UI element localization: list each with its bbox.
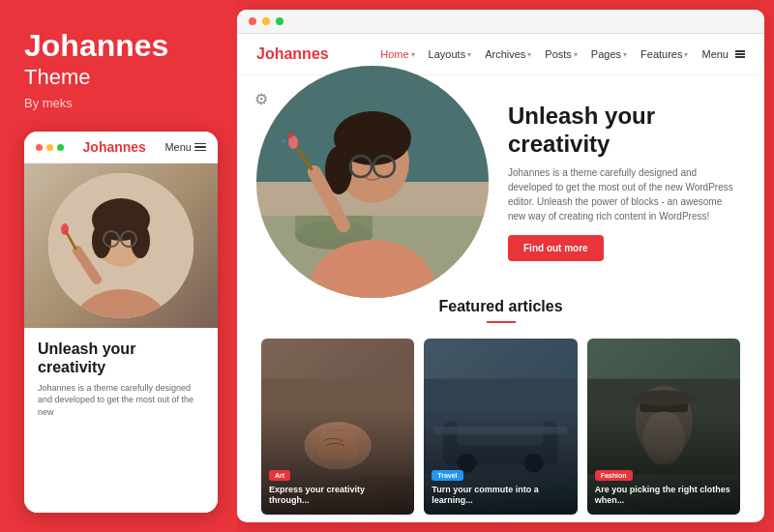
nav-item-menu[interactable]: Menu xyxy=(701,48,745,60)
chevron-down-icon: ▾ xyxy=(527,50,531,59)
article-card-3[interactable]: Fashion Are you picking the right clothe… xyxy=(587,339,740,515)
left-panel: Johannes Theme By meks Johannes Menu xyxy=(0,0,237,532)
mobile-close-dot xyxy=(36,144,43,151)
article-content-2: Travel Turn your commute into a learning… xyxy=(424,457,577,515)
svg-point-11 xyxy=(61,223,69,235)
find-out-more-button[interactable]: Find out more xyxy=(508,235,604,261)
featured-section: Featured articles xyxy=(237,288,764,331)
chevron-down-icon: ▾ xyxy=(411,50,415,59)
theme-name: Johannes xyxy=(24,29,218,63)
chevron-down-icon: ▾ xyxy=(684,50,688,59)
mobile-content: Unleash your creativity Johannes is a th… xyxy=(24,328,218,513)
browser-close-dot[interactable] xyxy=(249,17,256,25)
theme-word: Theme xyxy=(24,65,218,90)
article-content-3: Fashion Are you picking the right clothe… xyxy=(587,457,740,515)
mobile-mockup: Johannes Menu xyxy=(24,132,218,513)
mobile-window-controls xyxy=(36,144,64,151)
mobile-top-bar: Johannes Menu xyxy=(24,132,218,163)
svg-point-5 xyxy=(131,223,150,258)
chevron-down-icon: ▾ xyxy=(623,50,627,59)
nav-item-archives[interactable]: Archives ▾ xyxy=(485,48,531,60)
mobile-hero-desc: Johannes is a theme carefully designed a… xyxy=(38,382,204,419)
chevron-down-icon: ▾ xyxy=(574,50,578,59)
mobile-hero-title: Unleash your creativity xyxy=(38,340,204,376)
site-hero: ⚙ xyxy=(237,75,764,288)
hero-text: Unleash your creativity Johannes is a th… xyxy=(508,103,735,262)
mobile-minimize-dot xyxy=(46,144,53,151)
hamburger-icon xyxy=(194,143,206,152)
article-tag-3: Fashion xyxy=(595,470,633,481)
site-logo[interactable]: Johannes xyxy=(256,45,329,63)
featured-section-title: Featured articles xyxy=(256,298,745,315)
nav-item-home[interactable]: Home ▾ xyxy=(380,48,414,60)
svg-point-28 xyxy=(287,133,293,138)
article-title-3: Are you picking the right clothes when..… xyxy=(595,485,732,507)
svg-point-4 xyxy=(92,223,111,258)
site-navigation: Johannes Home ▾ Layouts ▾ Archives ▾ Pos… xyxy=(237,34,764,75)
featured-divider xyxy=(487,321,516,323)
theme-author: By meks xyxy=(24,96,218,110)
articles-row: Art Express your creativity through... xyxy=(237,331,764,522)
browser-mockup: Johannes Home ▾ Layouts ▾ Archives ▾ Pos… xyxy=(237,10,764,522)
browser-content: Johannes Home ▾ Layouts ▾ Archives ▾ Pos… xyxy=(237,34,764,522)
chevron-down-icon: ▾ xyxy=(467,50,471,59)
mobile-menu-button[interactable]: Menu xyxy=(164,141,206,153)
svg-point-29 xyxy=(282,139,285,143)
browser-maximize-dot[interactable] xyxy=(276,17,283,25)
article-tag-1: Art xyxy=(269,470,290,481)
hero-description: Johannes is a theme carefully designed a… xyxy=(508,165,735,223)
article-title-1: Express your creativity through... xyxy=(269,485,406,507)
brand-title: Johannes Theme By meks xyxy=(24,29,218,110)
mobile-hero-circle xyxy=(48,173,194,318)
mobile-hero-image xyxy=(24,163,218,328)
hero-image-circle xyxy=(256,66,489,298)
article-title-2: Turn your commute into a learning... xyxy=(432,485,569,507)
mobile-logo: Johannes xyxy=(83,139,146,155)
article-content-1: Art Express your creativity through... xyxy=(261,457,414,515)
nav-item-layouts[interactable]: Layouts ▾ xyxy=(429,48,472,60)
browser-top-bar xyxy=(237,10,764,34)
article-tag-2: Travel xyxy=(432,470,462,481)
article-card-1[interactable]: Art Express your creativity through... xyxy=(261,339,414,515)
hero-title: Unleash your creativity xyxy=(508,103,735,159)
nav-item-pages[interactable]: Pages ▾ xyxy=(591,48,627,60)
nav-item-posts[interactable]: Posts ▾ xyxy=(545,48,578,60)
mobile-maximize-dot xyxy=(57,144,64,151)
nav-item-features[interactable]: Features ▾ xyxy=(640,48,688,60)
nav-items: Home ▾ Layouts ▾ Archives ▾ Posts ▾ Page… xyxy=(358,48,745,60)
mobile-menu-label: Menu xyxy=(164,141,192,153)
browser-minimize-dot[interactable] xyxy=(262,17,270,25)
gear-icon[interactable]: ⚙ xyxy=(254,90,268,108)
article-card-2[interactable]: Travel Turn your commute into a learning… xyxy=(424,339,577,515)
